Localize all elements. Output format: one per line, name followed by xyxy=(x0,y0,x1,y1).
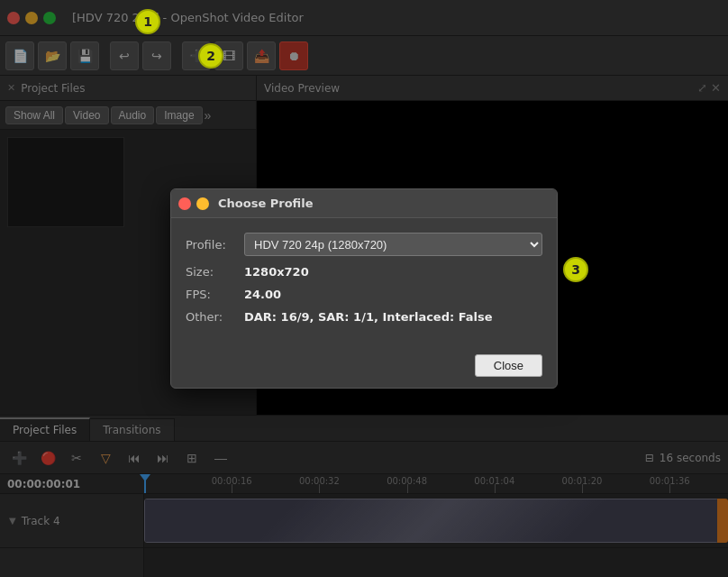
other-row: Other: DAR: 16/9, SAR: 1/1, Interlaced: … xyxy=(186,310,542,324)
annotation-2: 2 xyxy=(198,43,223,69)
profile-select[interactable]: HDV 720 24p (1280x720) xyxy=(244,233,542,256)
fps-value: 24.00 xyxy=(244,288,281,301)
dialog-footer: Close xyxy=(171,347,557,388)
other-label: Other: xyxy=(186,310,244,324)
dialog-header: Choose Profile xyxy=(171,189,557,218)
size-row: Size: 1280x720 xyxy=(186,265,542,279)
fps-label: FPS: xyxy=(186,288,244,301)
profile-row: Profile: HDV 720 24p (1280x720) xyxy=(186,233,542,256)
other-value: DAR: 16/9, SAR: 1/1, Interlaced: False xyxy=(244,310,493,324)
annotation-1: 1 xyxy=(135,9,160,34)
dialog-close-action-button[interactable]: Close xyxy=(475,354,542,377)
dialog-title: Choose Profile xyxy=(218,197,314,210)
dialog-close-button[interactable] xyxy=(178,197,191,210)
dialog-minimize-button[interactable] xyxy=(196,197,209,210)
fps-row: FPS: 24.00 xyxy=(186,288,542,301)
modal-overlay: Choose Profile Profile: HDV 720 24p (128… xyxy=(0,0,728,577)
dialog-body: Profile: HDV 720 24p (1280x720) Size: 12… xyxy=(171,218,557,347)
size-label: Size: xyxy=(186,265,244,279)
choose-profile-dialog: Choose Profile Profile: HDV 720 24p (128… xyxy=(170,188,558,389)
annotation-3: 3 xyxy=(563,257,588,282)
size-value: 1280x720 xyxy=(244,265,309,279)
profile-label: Profile: xyxy=(186,238,244,252)
